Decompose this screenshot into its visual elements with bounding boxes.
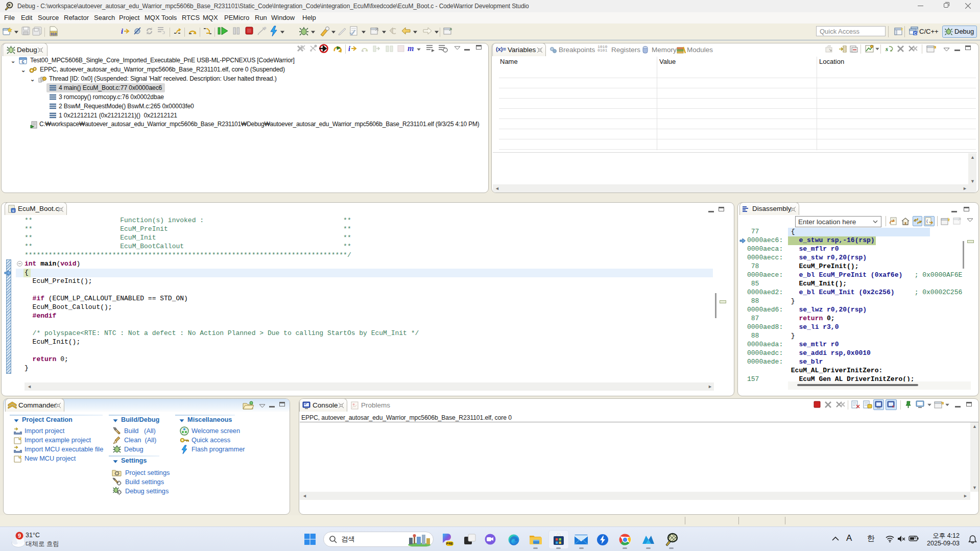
svg-text:i: i [121,28,123,35]
svg-text:C: C [914,31,917,36]
svg-text:s: s [885,45,888,53]
svg-text:i: i [348,45,350,53]
svg-text:PRE: PRE [446,542,453,545]
svg-text:c: c [12,208,14,213]
svg-text:C: C [21,60,24,65]
svg-text:010: 010 [51,32,57,36]
svg-text:x: x [892,404,895,409]
svg-text:9: 9 [18,533,21,539]
